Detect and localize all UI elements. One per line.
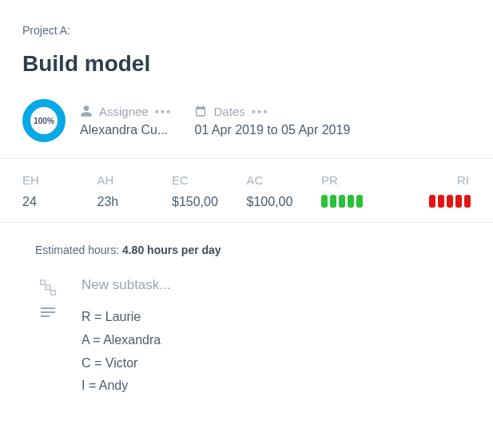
metric-ac-label: AC (247, 173, 322, 187)
progress-percent: 100% (34, 117, 54, 125)
calendar-icon (194, 105, 207, 117)
dates-more-button[interactable]: ••• (252, 105, 269, 117)
svg-rect-3 (41, 307, 55, 309)
svg-rect-0 (41, 280, 46, 285)
dates-block: Dates ••• 01 Apr 2019 to 05 Apr 2019 (194, 105, 350, 137)
metric-ec-value: $150,00 (172, 195, 247, 209)
person-icon (80, 105, 93, 117)
assignee-label: Assignee (99, 105, 149, 118)
metrics-row: EH 24 AH 23h EC $150,00 AC $100,00 PR (0, 158, 493, 223)
metric-eh-value: 24 (22, 195, 97, 209)
raci-r: R = Laurie (82, 306, 161, 329)
bar-icon (464, 195, 471, 208)
estimated-label: Estimated hours: (35, 244, 122, 256)
description-text[interactable]: R = Laurie A = Alexandra C = Victor I = … (82, 306, 161, 398)
svg-rect-5 (41, 315, 50, 317)
estimated-hours-line: Estimated hours: 4.80 hours per day (35, 244, 471, 256)
metric-pr: PR (321, 173, 396, 209)
bar-icon (321, 195, 328, 208)
metric-ac: AC $100,00 (247, 173, 322, 209)
subtask-tree-icon (38, 277, 58, 296)
metric-ah: AH 23h (97, 173, 173, 209)
priority-bars[interactable] (321, 195, 396, 208)
raci-c: C = Victor (82, 352, 161, 375)
project-label: Project A: (22, 24, 471, 37)
risk-bars[interactable] (396, 195, 471, 208)
meta-row: 100% Assignee ••• Alexandra Cu... Dates … (22, 99, 471, 142)
metric-eh: EH 24 (22, 173, 97, 209)
bar-icon (330, 195, 336, 208)
metric-ah-label: AH (97, 173, 173, 187)
description-icon (38, 306, 58, 319)
dates-value[interactable]: 01 Apr 2019 to 05 Apr 2019 (194, 123, 350, 137)
metric-ri: RI (396, 173, 471, 209)
metric-ec-label: EC (172, 173, 247, 187)
svg-rect-1 (46, 285, 50, 290)
bar-icon (447, 195, 453, 208)
bar-icon (356, 195, 363, 208)
bar-icon (438, 195, 444, 208)
metric-ah-value: 23h (97, 195, 173, 209)
estimated-value: 4.80 (122, 244, 144, 256)
dates-label: Dates (213, 105, 245, 118)
assignee-more-button[interactable]: ••• (155, 105, 173, 117)
bar-icon (339, 195, 345, 208)
bar-icon (455, 195, 462, 208)
assignee-block: Assignee ••• Alexandra Cu... (80, 105, 172, 137)
metric-pr-label: PR (321, 173, 396, 187)
metric-eh-label: EH (22, 173, 97, 187)
svg-rect-4 (41, 311, 55, 313)
assignee-value[interactable]: Alexandra Cu... (80, 123, 172, 137)
metric-ac-value: $100,00 (247, 195, 322, 209)
bar-icon (348, 195, 354, 208)
progress-ring[interactable]: 100% (22, 99, 66, 142)
metric-ri-label: RI (396, 173, 471, 187)
new-subtask-input[interactable]: New subtask... (82, 277, 171, 293)
task-title[interactable]: Build model (22, 51, 471, 77)
bar-icon (429, 195, 435, 208)
raci-a: A = Alexandra (82, 329, 161, 352)
raci-i: I = Andy (82, 375, 161, 398)
estimated-suffix: hours per day (147, 244, 221, 256)
svg-rect-2 (51, 291, 55, 295)
metric-ec: EC $150,00 (172, 173, 247, 209)
